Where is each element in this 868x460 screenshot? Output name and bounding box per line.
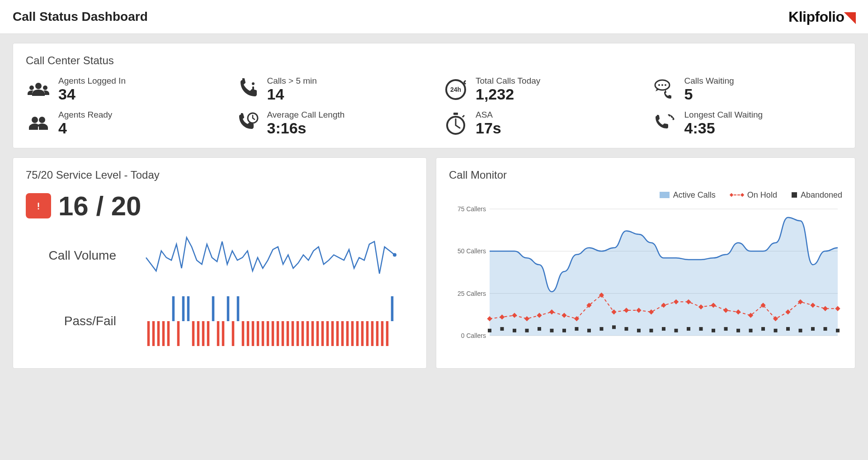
stat-label: Average Call Length	[267, 110, 345, 120]
stat-value: 1,232	[476, 86, 540, 103]
phone-clock-icon	[235, 111, 260, 136]
svg-rect-133	[811, 327, 815, 331]
stat-value: 17s	[476, 120, 501, 137]
svg-rect-43	[262, 321, 264, 346]
svg-rect-130	[774, 329, 778, 332]
svg-rect-40	[247, 321, 250, 346]
svg-rect-37	[232, 321, 235, 346]
svg-rect-109	[513, 329, 516, 332]
stat-average-call-length: Average Call Length3:16s	[235, 110, 425, 137]
svg-rect-45	[272, 321, 274, 346]
stat-value: 4	[58, 120, 112, 137]
svg-text:50 Callers: 50 Callers	[458, 247, 486, 255]
svg-point-3	[252, 82, 255, 85]
svg-rect-33	[212, 296, 215, 321]
svg-rect-14	[453, 113, 458, 115]
svg-rect-115	[587, 329, 591, 332]
svg-rect-57	[331, 321, 334, 346]
svg-rect-27	[182, 296, 185, 321]
svg-rect-21	[152, 321, 155, 346]
stat-label: Agents Logged In	[58, 76, 126, 86]
svg-rect-26	[177, 321, 180, 346]
svg-rect-59	[341, 321, 344, 346]
svg-rect-23	[162, 321, 165, 346]
svg-rect-67	[381, 321, 384, 346]
svg-rect-47	[282, 321, 284, 346]
phone-dial-icon	[652, 111, 677, 136]
svg-rect-64	[366, 321, 369, 346]
svg-text:25 Callers: 25 Callers	[458, 289, 486, 297]
svg-rect-56	[326, 321, 329, 346]
page-title: Call Status Dashboard	[13, 9, 148, 24]
call-monitor-legend: Active Calls On Hold Abandoned	[449, 190, 842, 200]
svg-point-12	[39, 117, 45, 123]
call-monitor-panel: Call Monitor Active Calls On Hold Abando…	[436, 157, 855, 369]
svg-rect-63	[361, 321, 364, 346]
svg-rect-129	[761, 327, 765, 331]
svg-point-9	[661, 84, 663, 86]
svg-rect-44	[267, 321, 269, 346]
svg-rect-42	[257, 321, 259, 346]
svg-rect-62	[356, 321, 359, 346]
svg-rect-4	[252, 86, 254, 93]
svg-rect-120	[650, 329, 653, 332]
stat-agents-ready: Agents Ready4	[26, 110, 217, 137]
service-level-panel: 75/20 Service Level - Today 16 / 20 Call…	[13, 157, 427, 369]
svg-rect-126	[724, 327, 728, 331]
stat-longest-call-waiting: Longest Call Waiting4:35	[652, 110, 843, 137]
svg-rect-46	[277, 321, 279, 346]
svg-rect-69	[391, 296, 394, 321]
svg-rect-52	[307, 321, 309, 346]
call-monitor-title: Call Monitor	[449, 169, 842, 181]
svg-rect-49	[292, 321, 294, 346]
pass-fail-chart	[127, 289, 414, 353]
svg-rect-134	[824, 327, 827, 331]
stat-value: 34	[58, 86, 126, 103]
svg-rect-39	[242, 321, 245, 346]
svg-point-8	[658, 84, 660, 86]
svg-rect-32	[207, 321, 210, 346]
stat-label: Longest Call Waiting	[684, 110, 763, 120]
stat-label: ASA	[476, 110, 501, 120]
svg-point-11	[32, 117, 38, 123]
svg-rect-36	[227, 296, 230, 321]
stat-label: Total Calls Today	[476, 76, 540, 86]
legend-abandoned: Abandoned	[792, 190, 842, 200]
svg-rect-29	[192, 321, 195, 346]
svg-point-16	[669, 115, 670, 117]
speech-phone-icon	[652, 77, 677, 102]
svg-rect-53	[311, 321, 314, 346]
svg-rect-132	[799, 329, 802, 332]
svg-rect-55	[321, 321, 324, 346]
stat-agents-logged-in: Agents Logged In34	[26, 76, 217, 103]
svg-rect-135	[836, 329, 840, 332]
stat-calls-waiting: Calls Waiting5	[652, 76, 843, 103]
svg-rect-50	[297, 321, 299, 346]
svg-rect-20	[147, 321, 150, 346]
svg-rect-123	[687, 327, 690, 331]
stat-label: Calls Waiting	[684, 76, 734, 86]
svg-text:75 Callers: 75 Callers	[458, 205, 486, 213]
stat-label: Agents Ready	[58, 110, 112, 120]
svg-rect-28	[187, 296, 190, 321]
alert-icon	[26, 193, 51, 218]
svg-rect-119	[637, 329, 641, 332]
svg-rect-54	[316, 321, 319, 346]
pass-fail-label: Pass/Fail	[26, 314, 116, 328]
svg-rect-117	[612, 325, 616, 329]
svg-rect-65	[371, 321, 374, 346]
phone-alert-icon	[235, 77, 260, 102]
call-monitor-chart: 0 Callers25 Callers50 Callers75 Callers	[449, 204, 842, 349]
service-level-ratio: 16 / 20	[58, 190, 142, 222]
svg-rect-108	[500, 327, 504, 331]
stat-value: 4:35	[684, 120, 763, 137]
call-volume-label: Call Volume	[26, 248, 116, 263]
svg-text:24h: 24h	[450, 86, 461, 93]
stat-asa: ASA17s	[443, 110, 634, 137]
svg-rect-38	[237, 296, 240, 321]
brand-logo: Klipfolio◥	[788, 8, 855, 25]
svg-rect-113	[562, 329, 566, 332]
svg-rect-131	[786, 327, 790, 331]
svg-point-19	[393, 253, 396, 256]
svg-point-0	[35, 83, 42, 89]
